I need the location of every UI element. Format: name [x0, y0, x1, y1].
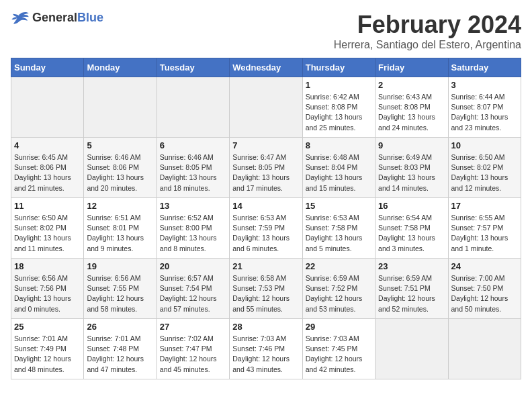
calendar-cell: 18Sunrise: 6:56 AM Sunset: 7:56 PM Dayli…: [11, 259, 84, 319]
day-info: Sunrise: 6:59 AM Sunset: 7:52 PM Dayligh…: [306, 273, 372, 314]
day-number: 5: [87, 140, 153, 150]
day-number: 4: [14, 140, 81, 150]
day-number: 22: [306, 261, 372, 271]
day-number: 28: [232, 322, 299, 332]
calendar-cell: 15Sunrise: 6:53 AM Sunset: 7:58 PM Dayli…: [302, 198, 375, 259]
calendar-table: SundayMondayTuesdayWednesdayThursdayFrid…: [11, 58, 521, 379]
calendar-cell: 21Sunrise: 6:58 AM Sunset: 7:53 PM Dayli…: [230, 259, 302, 319]
day-info: Sunrise: 6:58 AM Sunset: 7:53 PM Dayligh…: [232, 273, 299, 314]
day-info: Sunrise: 6:59 AM Sunset: 7:51 PM Dayligh…: [378, 273, 445, 314]
day-number: 20: [160, 261, 226, 271]
day-info: Sunrise: 6:55 AM Sunset: 7:57 PM Dayligh…: [451, 213, 518, 254]
day-number: 3: [451, 80, 518, 90]
day-info: Sunrise: 6:46 AM Sunset: 8:05 PM Dayligh…: [160, 152, 226, 193]
calendar-cell: [84, 77, 157, 138]
day-of-week-header: Tuesday: [157, 58, 229, 77]
calendar-cell: 26Sunrise: 7:01 AM Sunset: 7:48 PM Dayli…: [84, 319, 157, 379]
calendar-week-row: 18Sunrise: 6:56 AM Sunset: 7:56 PM Dayli…: [11, 259, 521, 319]
day-info: Sunrise: 7:03 AM Sunset: 7:46 PM Dayligh…: [232, 334, 299, 375]
calendar-cell: 14Sunrise: 6:53 AM Sunset: 7:59 PM Dayli…: [230, 198, 302, 259]
calendar-cell: 8Sunrise: 6:48 AM Sunset: 8:04 PM Daylig…: [302, 138, 375, 198]
day-number: 6: [160, 140, 226, 150]
header: GeneralBlue February 2024 Herrera, Santi…: [11, 11, 521, 51]
day-info: Sunrise: 6:53 AM Sunset: 7:58 PM Dayligh…: [306, 213, 372, 254]
day-number: 2: [378, 80, 445, 90]
calendar-cell: 24Sunrise: 7:00 AM Sunset: 7:50 PM Dayli…: [448, 259, 521, 319]
day-number: 29: [306, 322, 372, 332]
calendar-week-row: 11Sunrise: 6:50 AM Sunset: 8:02 PM Dayli…: [11, 198, 521, 259]
day-number: 12: [87, 201, 153, 211]
calendar-cell: 4Sunrise: 6:45 AM Sunset: 8:06 PM Daylig…: [11, 138, 84, 198]
day-of-week-header: Saturday: [448, 58, 521, 77]
calendar-cell: 13Sunrise: 6:52 AM Sunset: 8:00 PM Dayli…: [157, 198, 229, 259]
day-number: 24: [451, 261, 518, 271]
day-info: Sunrise: 6:53 AM Sunset: 7:59 PM Dayligh…: [232, 213, 299, 254]
calendar-week-row: 25Sunrise: 7:01 AM Sunset: 7:49 PM Dayli…: [11, 319, 521, 379]
day-number: 26: [87, 322, 153, 332]
day-number: 10: [451, 140, 518, 150]
day-info: Sunrise: 7:03 AM Sunset: 7:45 PM Dayligh…: [306, 334, 372, 375]
calendar-cell: 16Sunrise: 6:54 AM Sunset: 7:58 PM Dayli…: [375, 198, 448, 259]
day-number: 11: [14, 201, 81, 211]
days-header-row: SundayMondayTuesdayWednesdayThursdayFrid…: [11, 58, 521, 77]
day-of-week-header: Wednesday: [230, 58, 302, 77]
day-number: 1: [306, 80, 372, 90]
day-number: 18: [14, 261, 81, 271]
day-number: 14: [232, 201, 299, 211]
calendar-cell: 22Sunrise: 6:59 AM Sunset: 7:52 PM Dayli…: [302, 259, 375, 319]
calendar-cell: 12Sunrise: 6:51 AM Sunset: 8:01 PM Dayli…: [84, 198, 157, 259]
month-year-title: February 2024: [334, 11, 521, 39]
calendar-cell: [157, 77, 229, 138]
day-number: 8: [306, 140, 372, 150]
day-number: 19: [87, 261, 153, 271]
day-info: Sunrise: 7:02 AM Sunset: 7:47 PM Dayligh…: [160, 334, 226, 375]
calendar-cell: 28Sunrise: 7:03 AM Sunset: 7:46 PM Dayli…: [230, 319, 302, 379]
day-info: Sunrise: 7:01 AM Sunset: 7:48 PM Dayligh…: [87, 334, 153, 375]
logo-text-general: General: [32, 11, 77, 24]
day-number: 23: [378, 261, 445, 271]
logo-text-blue: Blue: [77, 11, 103, 24]
day-info: Sunrise: 6:50 AM Sunset: 8:02 PM Dayligh…: [451, 152, 518, 193]
day-info: Sunrise: 6:46 AM Sunset: 8:06 PM Dayligh…: [87, 152, 153, 193]
day-of-week-header: Sunday: [11, 58, 84, 77]
day-info: Sunrise: 6:52 AM Sunset: 8:00 PM Dayligh…: [160, 213, 226, 254]
calendar-week-row: 1Sunrise: 6:42 AM Sunset: 8:08 PM Daylig…: [11, 77, 521, 138]
calendar-cell: 29Sunrise: 7:03 AM Sunset: 7:45 PM Dayli…: [302, 319, 375, 379]
day-info: Sunrise: 6:44 AM Sunset: 8:07 PM Dayligh…: [451, 92, 518, 133]
day-of-week-header: Monday: [84, 58, 157, 77]
day-number: 27: [160, 322, 226, 332]
calendar-cell: 23Sunrise: 6:59 AM Sunset: 7:51 PM Dayli…: [375, 259, 448, 319]
calendar-body: 1Sunrise: 6:42 AM Sunset: 8:08 PM Daylig…: [11, 77, 521, 379]
calendar-cell: [11, 77, 84, 138]
day-info: Sunrise: 6:43 AM Sunset: 8:08 PM Dayligh…: [378, 92, 445, 133]
calendar-cell: 20Sunrise: 6:57 AM Sunset: 7:54 PM Dayli…: [157, 259, 229, 319]
day-info: Sunrise: 6:42 AM Sunset: 8:08 PM Dayligh…: [306, 92, 372, 133]
calendar-cell: 6Sunrise: 6:46 AM Sunset: 8:05 PM Daylig…: [157, 138, 229, 198]
logo-bird-icon: [11, 11, 30, 25]
calendar-cell: 7Sunrise: 6:47 AM Sunset: 8:05 PM Daylig…: [230, 138, 302, 198]
day-info: Sunrise: 6:47 AM Sunset: 8:05 PM Dayligh…: [232, 152, 299, 193]
day-info: Sunrise: 6:54 AM Sunset: 7:58 PM Dayligh…: [378, 213, 445, 254]
calendar-cell: 17Sunrise: 6:55 AM Sunset: 7:57 PM Dayli…: [448, 198, 521, 259]
day-number: 13: [160, 201, 226, 211]
day-info: Sunrise: 7:01 AM Sunset: 7:49 PM Dayligh…: [14, 334, 81, 375]
calendar-week-row: 4Sunrise: 6:45 AM Sunset: 8:06 PM Daylig…: [11, 138, 521, 198]
day-number: 16: [378, 201, 445, 211]
calendar-cell: 9Sunrise: 6:49 AM Sunset: 8:03 PM Daylig…: [375, 138, 448, 198]
day-of-week-header: Friday: [375, 58, 448, 77]
calendar-cell: 19Sunrise: 6:56 AM Sunset: 7:55 PM Dayli…: [84, 259, 157, 319]
day-info: Sunrise: 6:56 AM Sunset: 7:55 PM Dayligh…: [87, 273, 153, 314]
day-info: Sunrise: 6:57 AM Sunset: 7:54 PM Dayligh…: [160, 273, 226, 314]
calendar-cell: [375, 319, 448, 379]
calendar-cell: 2Sunrise: 6:43 AM Sunset: 8:08 PM Daylig…: [375, 77, 448, 138]
logo: GeneralBlue: [11, 11, 103, 25]
day-number: 25: [14, 322, 81, 332]
location-subtitle: Herrera, Santiago del Estero, Argentina: [334, 39, 521, 51]
day-info: Sunrise: 6:56 AM Sunset: 7:56 PM Dayligh…: [14, 273, 81, 314]
title-area: February 2024 Herrera, Santiago del Este…: [334, 11, 521, 51]
day-of-week-header: Thursday: [302, 58, 375, 77]
day-info: Sunrise: 7:00 AM Sunset: 7:50 PM Dayligh…: [451, 273, 518, 314]
calendar-cell: 3Sunrise: 6:44 AM Sunset: 8:07 PM Daylig…: [448, 77, 521, 138]
calendar-cell: 10Sunrise: 6:50 AM Sunset: 8:02 PM Dayli…: [448, 138, 521, 198]
day-number: 15: [306, 201, 372, 211]
